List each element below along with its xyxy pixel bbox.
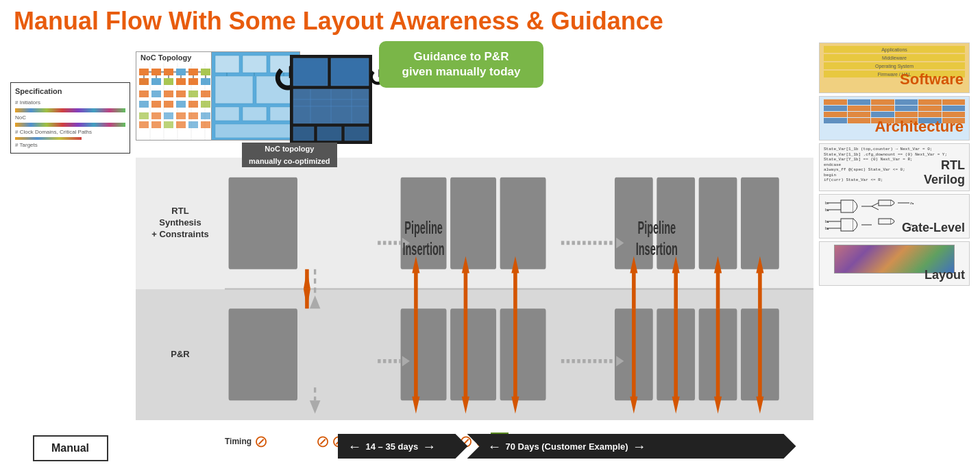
- diagram-area: NoC Topology: [136, 41, 813, 461]
- arrow1-label: 14 – 35 days: [366, 441, 419, 452]
- flow-right-area: Pipeline Insertion Pipeline Insertion: [225, 158, 813, 420]
- svg-rect-59: [215, 107, 239, 121]
- svg-line-147: [872, 203, 879, 206]
- color-bar-initiators: [15, 108, 125, 112]
- guidance-box: Guidance to P&R given manually today: [379, 41, 543, 88]
- svg-rect-49: [164, 121, 173, 128]
- svg-rect-145: [841, 200, 853, 212]
- svg-rect-70: [293, 127, 314, 141]
- stack-rtl: State_Var[1_1b (top,counter) → Next_Var …: [819, 143, 970, 191]
- left-arrow-icon-2: ←: [488, 439, 502, 454]
- svg-text:Pipeline: Pipeline: [404, 219, 443, 237]
- svg-rect-46: [201, 112, 210, 119]
- software-row-middleware: Middleware: [824, 54, 965, 61]
- right-arrow-icon: →: [422, 439, 436, 454]
- flow-visual: RTLSynthesis+ Constraints P&R: [136, 158, 813, 420]
- svg-rect-14: [188, 69, 198, 75]
- svg-rect-80: [229, 308, 297, 400]
- svg-rect-12: [176, 69, 186, 75]
- right-panel: Applications Middleware Operating System…: [819, 41, 970, 461]
- svg-rect-8: [151, 69, 161, 75]
- svg-rect-30: [151, 90, 161, 97]
- svg-rect-155: [879, 219, 891, 224]
- arch-diagram-dark: [290, 55, 372, 144]
- svg-rect-7: [139, 78, 149, 85]
- right-arrow-icon-2: →: [633, 439, 646, 454]
- svg-rect-68: [331, 58, 369, 86]
- svg-rect-34: [201, 90, 210, 97]
- svg-marker-85: [310, 295, 321, 308]
- svg-rect-9: [151, 78, 161, 85]
- svg-rect-11: [164, 78, 173, 85]
- software-row-os: Operating System: [824, 62, 965, 69]
- flow-left-labels: RTLSynthesis+ Constraints P&R: [136, 158, 225, 420]
- svg-rect-32: [176, 90, 186, 97]
- spec-row-noc: NoC: [15, 114, 125, 121]
- color-bar-clock: [15, 137, 82, 140]
- arch-dark-svg: [290, 55, 372, 144]
- svg-rect-40: [201, 101, 210, 108]
- layout-label: Layout: [924, 268, 965, 282]
- svg-rect-54: [215, 56, 239, 73]
- spec-row-1: # Initiators: [15, 99, 125, 106]
- upper-content: NoC Topology: [136, 41, 813, 158]
- svg-rect-39: [188, 101, 198, 108]
- flow-svg: Pipeline Insertion Pipeline Insertion: [225, 158, 813, 420]
- svg-rect-29: [139, 90, 149, 97]
- svg-rect-35: [139, 101, 149, 108]
- svg-marker-87: [310, 400, 321, 413]
- svg-rect-10: [164, 69, 173, 75]
- arrow2-label: 70 Days (Customer Example): [506, 441, 628, 452]
- svg-rect-67: [293, 58, 328, 86]
- svg-rect-42: [151, 112, 161, 119]
- svg-rect-114: [741, 178, 779, 269]
- svg-rect-48: [151, 121, 161, 128]
- manual-box: Manual: [33, 435, 108, 461]
- svg-rect-50: [176, 121, 186, 128]
- par-label: P&R: [136, 289, 225, 421]
- noc-coopt-container: NoC topology manually co-optimized: [242, 143, 337, 167]
- spec-row-targets: # Targets: [15, 141, 125, 149]
- spec-box: Specification # Initiators NoC # Clock D…: [10, 82, 130, 154]
- svg-rect-44: [176, 112, 186, 119]
- noc-coopt-line1: NoC topology: [242, 143, 337, 155]
- stack-gate: b₀ b₁ b₁ b₂ z₁ z₂ Gate-Level: [819, 194, 970, 239]
- stack-layout: Layout: [819, 241, 970, 286]
- bottom-row: Timing ⊘ ⊘ ⊘ ⊘ ⊘ ⊘ ⊘ ⊘: [136, 422, 813, 461]
- svg-rect-36: [151, 101, 161, 108]
- svg-rect-41: [139, 112, 149, 119]
- svg-rect-94: [500, 308, 546, 400]
- svg-rect-113: [699, 178, 737, 269]
- svg-rect-79: [229, 178, 297, 269]
- svg-rect-62: [215, 124, 297, 138]
- svg-rect-57: [215, 76, 253, 103]
- svg-marker-126: [672, 397, 680, 414]
- timing-label: Timing: [225, 437, 252, 446]
- svg-marker-98: [412, 397, 419, 414]
- guidance-text: Guidance to P&R given manually today: [402, 50, 521, 78]
- svg-rect-17: [201, 78, 210, 85]
- svg-rect-72: [345, 127, 369, 141]
- svg-rect-16: [201, 69, 210, 75]
- svg-rect-91: [500, 178, 546, 269]
- arrows-container: ← 14 – 35 days → ← 70 Days (Customer Exa…: [256, 434, 933, 459]
- svg-rect-60: [243, 107, 267, 121]
- svg-text:Pipeline: Pipeline: [638, 219, 676, 237]
- arrows-row: ← 14 – 35 days → ← 70 Days (Customer Exa…: [338, 434, 852, 459]
- svg-rect-6: [139, 69, 149, 75]
- noc-coopt-line2: manually co-optimized: [242, 155, 337, 167]
- svg-marker-134: [756, 397, 763, 414]
- software-label: Software: [900, 71, 964, 88]
- arrow-second: ← 70 Days (Customer Example) →: [467, 434, 796, 459]
- arrow-first: ← 14 – 35 days →: [338, 434, 468, 459]
- spec-row-clock: # Clock Domains, Critical Paths: [15, 128, 125, 136]
- noc-topology-label: NoC Topology: [140, 53, 191, 62]
- svg-rect-71: [317, 127, 341, 141]
- content-area: Specification # Initiators NoC # Clock D…: [10, 41, 970, 461]
- left-panel: Specification # Initiators NoC # Clock D…: [10, 41, 130, 461]
- left-arrow-icon: ←: [348, 439, 362, 454]
- svg-rect-149: [879, 200, 891, 206]
- svg-rect-31: [164, 90, 173, 97]
- svg-text:z₁: z₁: [910, 201, 914, 205]
- svg-marker-102: [462, 397, 469, 414]
